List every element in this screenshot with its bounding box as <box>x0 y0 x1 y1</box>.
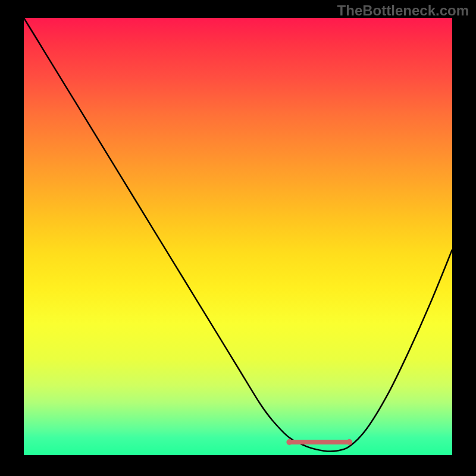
watermark-text: TheBottleneck.com <box>337 2 469 19</box>
chart-svg <box>24 18 452 455</box>
plot-area <box>24 18 452 455</box>
bottleneck-curve-line <box>24 18 452 452</box>
optimal-range-dot-right <box>346 439 352 445</box>
optimal-range-dot-left <box>286 439 292 445</box>
